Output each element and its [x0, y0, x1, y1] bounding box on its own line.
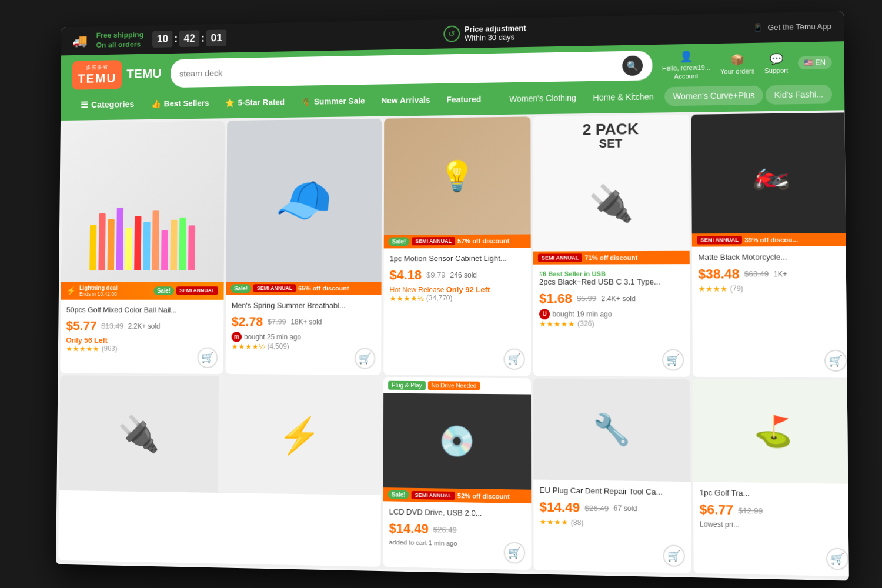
cabinet-stars: ★★★★½ (34,770)	[389, 294, 524, 303]
tee	[125, 228, 132, 270]
golf2-info: 1pc Golf Tra... $6.77 $12.99 Lowest pri.…	[693, 482, 849, 577]
support-label: Support	[764, 67, 788, 75]
dent-name: EU Plug Car Dent Repair Tool Ca...	[539, 486, 684, 498]
nav-summer-sale[interactable]: 🌴 Summer Sale	[293, 91, 373, 111]
semi-annual-badge: SEMI ANNUAL	[176, 286, 218, 295]
moto-original: $63.49	[744, 269, 769, 278]
cap-discount-label: 65% off discount	[298, 285, 349, 292]
golf2-original: $12.99	[739, 506, 763, 515]
nav-5star[interactable]: ⭐ 5-Star Rated	[217, 92, 293, 112]
categories-menu[interactable]: ☰ Categories	[72, 94, 143, 115]
nav-home-kitchen[interactable]: Home & Kitchen	[584, 87, 662, 107]
cabinet-sale-badge: Sale!	[389, 237, 410, 246]
moto-discount-label: 39% off discou...	[744, 236, 798, 243]
golf2-image: ⛳	[693, 379, 849, 484]
nav-womens-curve[interactable]: Women's Curve+Plus	[664, 85, 763, 106]
cabinet-semi-annual: SEMI ANNUAL	[412, 237, 455, 245]
account-icon: 👤	[679, 50, 693, 64]
orders-label: Your orders	[720, 68, 755, 75]
account-action[interactable]: 👤 Hello, rdrew19... Account	[662, 50, 711, 81]
price-adjustment-info: ↺ Price adjustment Within 30 days	[443, 24, 526, 42]
no-drive-badge: No Drive Needed	[428, 381, 480, 390]
motorcycle-image: 🏍️	[691, 112, 849, 233]
stars-icon: ★★★★★	[66, 344, 99, 353]
dent-reviews: (88)	[571, 518, 584, 527]
golf-tees-sold: 2.2K+ sold	[128, 322, 161, 330]
countdown-timer: 10 : 42 : 01	[152, 30, 226, 48]
get-app-text: 📱 Get the Temu App	[753, 22, 831, 32]
usb-price: $1.68	[539, 291, 572, 306]
search-button[interactable]: 🔍	[622, 56, 643, 76]
usb-stars-icon: ★★★★★	[539, 319, 575, 328]
tee	[152, 210, 159, 270]
logo-label: TEMU	[126, 66, 161, 82]
cap-reviews: (4,509)	[268, 342, 289, 350]
usb-image: 🔌	[533, 155, 690, 251]
dvd-price: $14.49	[389, 521, 429, 537]
nav-secondary: Women's Clothing Home & Kitchen Women's …	[501, 85, 832, 108]
dvd-add-cart[interactable]: 🛒	[504, 542, 526, 563]
5star-label: 5-Star Rated	[238, 97, 285, 107]
nav-womens-clothing[interactable]: Women's Clothing	[501, 88, 584, 108]
moto-add-cart[interactable]: 🛒	[824, 350, 847, 372]
cabinet-original: $9.79	[426, 270, 445, 279]
tee	[134, 216, 141, 270]
cabinet-name: 1pc Motion Sensor Cabinet Light...	[390, 253, 525, 263]
nav-new-arrivals[interactable]: New Arrivals	[373, 91, 438, 110]
lightning-deal-bar: ⚡ Lightning deal Ends in 10:42:00 Sale! …	[61, 282, 224, 299]
nav-featured[interactable]: Featured	[439, 89, 490, 109]
lightning-deal-label: Lightning deal	[79, 285, 151, 291]
screen: 🚚 Free shipping On all orders 10 : 42 : …	[56, 11, 849, 580]
golf2-price-row: $6.77 $12.99	[700, 502, 848, 520]
tee	[188, 225, 195, 270]
golf2-label: Lowest pri...	[700, 520, 848, 531]
usb-original: $5.99	[577, 294, 596, 303]
countdown-hours: 10	[152, 31, 173, 48]
search-bar[interactable]: 🔍	[171, 51, 653, 88]
countdown-minutes: 42	[179, 31, 200, 48]
cap-semi-annual: SEMI ANNUAL	[253, 284, 296, 292]
usb-discount-bar: SEMI ANNUAL 71% off discount	[533, 251, 690, 265]
usb-bought-ago: U bought 19 min ago	[539, 309, 684, 320]
tee	[143, 222, 151, 270]
logo-chinese: 多买多省	[86, 64, 108, 71]
cap-price: $2.78	[232, 314, 263, 329]
sale-badge: Sale!	[153, 286, 174, 295]
product-card-dvd: Plug & Play No Drive Needed 💿 Sale! SEMI…	[383, 377, 531, 570]
best-sellers-label: Best Sellers	[164, 98, 209, 108]
dent-original: $26.49	[584, 503, 609, 513]
dent-add-cart[interactable]: 🛒	[663, 544, 685, 567]
usb-semi-annual: SEMI ANNUAL	[538, 253, 582, 262]
tee	[98, 213, 105, 270]
nav-best-sellers[interactable]: 👍 Best Sellers	[143, 93, 217, 113]
moto-semi-annual: SEMI ANNUAL	[697, 236, 742, 245]
moto-name: Matte Black Motorcycle...	[698, 252, 846, 263]
dent-stars-icon: ★★★★	[540, 517, 569, 527]
support-action[interactable]: 💬 Support	[764, 52, 788, 74]
header-actions: 👤 Hello, rdrew19... Account 📦 Your order…	[662, 48, 832, 80]
cabinet-discount-label: 57% off discount	[457, 238, 509, 245]
dvd-name: LCD DVD Drive, USB 2.0...	[389, 507, 526, 520]
summer-icon: 🌴	[300, 97, 310, 106]
moto-price: $38.48	[698, 266, 739, 282]
shipping-label: Free shipping	[96, 30, 144, 41]
orders-action[interactable]: 📦 Your orders	[720, 53, 755, 75]
cabinet-discount-bar: Sale! SEMI ANNUAL 57% off discount	[384, 234, 531, 248]
cap-emoji: 🧢	[275, 173, 333, 228]
account-label: Hello, rdrew19...	[662, 64, 711, 72]
usb-discount-label: 71% off discount	[584, 254, 637, 261]
orders-icon: 📦	[730, 54, 744, 67]
golf2-add-cart[interactable]: 🛒	[826, 547, 849, 570]
moto-reviews: (79)	[730, 285, 743, 293]
cabinet-light-image: 💡	[384, 116, 531, 235]
temu-logo[interactable]: 多买多省 TEMU	[72, 60, 122, 90]
cap-sale-badge: Sale!	[230, 284, 251, 293]
dent-image: 🔧	[533, 379, 691, 482]
nav-kids-fashion[interactable]: Kid's Fashi...	[766, 85, 832, 105]
language-selector[interactable]: 🇺🇸 EN	[798, 56, 832, 69]
search-input[interactable]	[179, 61, 617, 78]
moto-price-row: $38.48 $63.49 1K+	[698, 266, 846, 282]
golf-tees-price-row: $5.77 $13.49 2.2K+ sold	[66, 319, 218, 334]
moto-stars: ★★★★ (79)	[699, 284, 847, 293]
logo-wrapper[interactable]: 多买多省 TEMU TEMU	[72, 59, 161, 90]
